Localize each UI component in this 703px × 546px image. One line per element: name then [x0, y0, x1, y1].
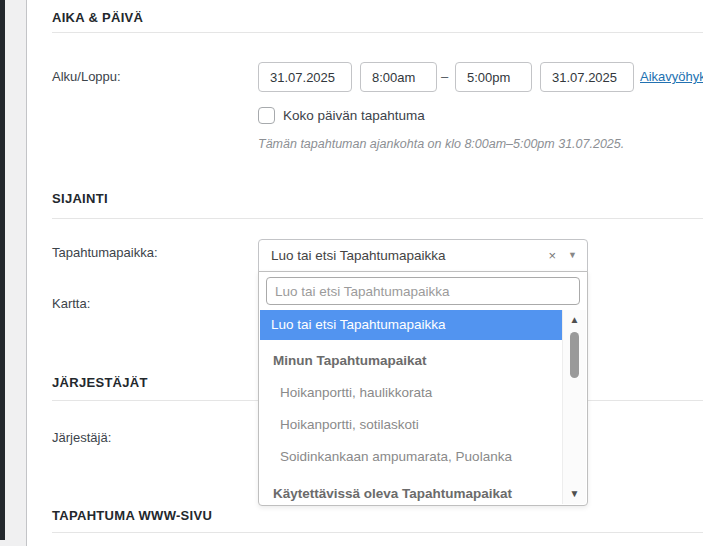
scroll-down-icon[interactable]: ▼ [563, 489, 586, 499]
end-time-input[interactable] [455, 62, 532, 92]
timezone-link[interactable]: Aikavyöhyke [640, 69, 703, 84]
dropdown-option-create-search[interactable]: Luo tai etsi Tapahtumapaikka [260, 310, 564, 340]
dropdown-option-venue[interactable]: Soidinkankaan ampumarata, Puolanka [280, 449, 512, 464]
all-day-checkbox[interactable] [258, 107, 275, 124]
end-date-input[interactable] [540, 62, 634, 92]
dropdown-option-venue[interactable]: Hoikanportti, sotilaskoti [280, 417, 419, 432]
dropdown-group-available-venues: Käytettävissä oleva Tapahtumapaikat [273, 486, 512, 501]
section-title-location: SIJAINTI [52, 191, 108, 206]
venue-search-input[interactable] [266, 277, 580, 305]
section-title-time-date: AIKA & PÄIVÄ [52, 10, 143, 25]
section-title-website: TAPAHTUMA WWW-SIVU [52, 508, 212, 523]
section-divider [52, 532, 703, 533]
venue-select[interactable]: Luo tai etsi Tapahtumapaikka × ▼ [258, 239, 588, 272]
section-divider [52, 32, 703, 33]
venue-select-value: Luo tai etsi Tapahtumapaikka [271, 248, 548, 263]
venue-dropdown: Luo tai etsi Tapahtumapaikka Minun Tapah… [258, 271, 588, 506]
time-range-separator: – [441, 69, 448, 84]
scrollbar-thumb[interactable] [570, 332, 579, 378]
start-end-label: Alku/Loppu: [52, 69, 121, 84]
venue-label: Tapahtumapaikka: [52, 245, 158, 260]
event-edit-screen: AIKA & PÄIVÄ Alku/Loppu: – Aikavyöhyke K… [0, 0, 703, 546]
start-date-input[interactable] [258, 62, 352, 92]
clear-selection-icon[interactable]: × [548, 249, 556, 262]
all-day-label: Koko päivän tapahtuma [283, 108, 425, 123]
map-label: Kartta: [52, 296, 90, 311]
admin-sidebar-strip [0, 0, 5, 540]
event-time-note: Tämän tapahtuman ajankohta on klo 8:00am… [258, 137, 624, 151]
scroll-up-icon[interactable]: ▲ [563, 315, 586, 325]
organizer-label: Järjestäjä: [52, 430, 111, 445]
section-divider [52, 218, 703, 219]
start-time-input[interactable] [360, 62, 437, 92]
dropdown-option-venue[interactable]: Hoikanportti, haulikkorata [280, 385, 432, 400]
dropdown-scrollbar[interactable]: ▲ ▼ [562, 310, 586, 504]
dropdown-group-my-venues: Minun Tapahtumapaikat [273, 353, 427, 368]
section-title-organizers: JÄRJESTÄJÄT [52, 375, 148, 390]
chevron-down-icon[interactable]: ▼ [568, 251, 577, 260]
